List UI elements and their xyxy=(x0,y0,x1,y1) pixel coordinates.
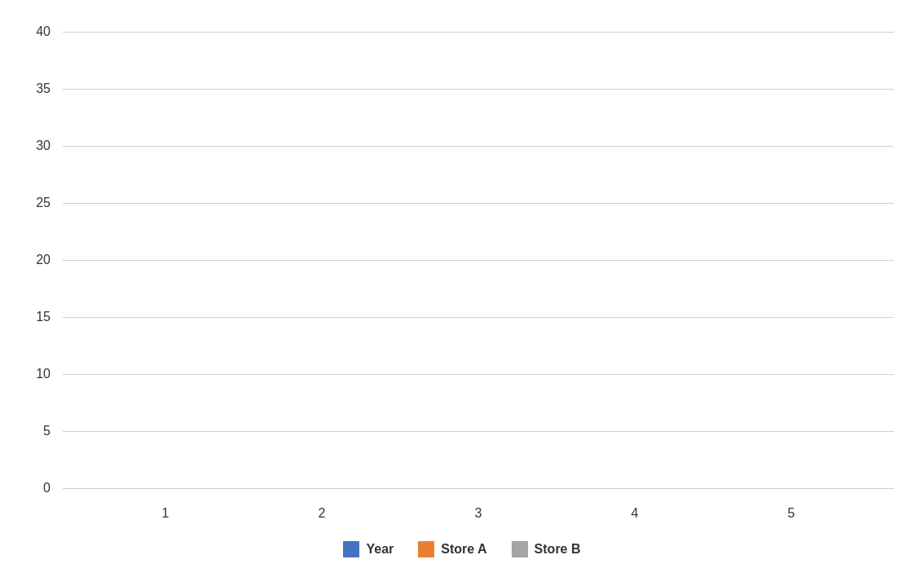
y-axis-label: 20 xyxy=(18,253,51,267)
x-axis-label: 1 xyxy=(99,506,233,521)
y-axis-label: 5 xyxy=(18,424,51,438)
legend-item-storeB: Store B xyxy=(512,541,581,557)
y-axis-label: 25 xyxy=(18,196,51,210)
bars-section xyxy=(63,32,894,488)
legend-item-year: Year xyxy=(343,541,394,557)
chart-area: 4035302520151050 12345 xyxy=(63,32,894,488)
y-axis-label: 10 xyxy=(18,367,51,381)
y-axis-label: 30 xyxy=(18,139,51,153)
x-axis-label: 3 xyxy=(411,506,546,521)
x-labels: 12345 xyxy=(63,506,894,521)
legend-label-storeB: Store B xyxy=(535,542,581,557)
legend-color-year xyxy=(343,541,359,557)
legend-label-year: Year xyxy=(366,542,394,557)
legend-label-storeA: Store A xyxy=(441,542,486,557)
y-axis-label: 0 xyxy=(18,481,51,496)
gridline xyxy=(63,488,894,489)
x-axis-label: 4 xyxy=(568,506,702,521)
legend: Year Store A Store B xyxy=(14,533,910,562)
legend-color-storeA xyxy=(418,541,434,557)
chart-container: 4035302520151050 12345 Year Store A Stor… xyxy=(14,15,910,562)
x-axis-label: 5 xyxy=(724,506,859,521)
y-axis-label: 15 xyxy=(18,310,51,324)
y-axis-label: 35 xyxy=(18,81,51,96)
x-axis-label: 2 xyxy=(255,506,389,521)
legend-color-storeB xyxy=(512,541,528,557)
y-axis-label: 40 xyxy=(18,24,51,39)
legend-item-storeA: Store A xyxy=(418,541,486,557)
